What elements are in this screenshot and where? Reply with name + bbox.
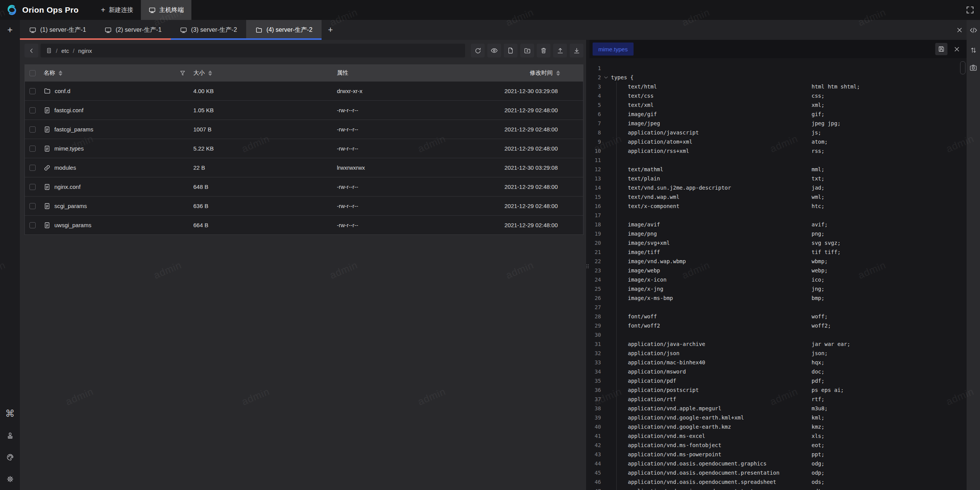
extensions-text: hqx; [812, 359, 825, 365]
sort-name-toggle[interactable] [59, 70, 62, 76]
add-connection-button[interactable]: + [7, 25, 13, 34]
session-tab[interactable]: (1) server-生产-1 [20, 20, 95, 40]
new-file-button[interactable] [504, 44, 518, 57]
file-mtime: 2021-12-29 02:48:00 [496, 222, 583, 228]
code-icon [969, 26, 978, 34]
code-line: 18image/avifavif; [590, 220, 967, 229]
transfer-list-button[interactable] [969, 45, 978, 55]
row-checkbox[interactable] [29, 88, 36, 94]
row-checkbox[interactable] [29, 203, 36, 209]
row-checkbox[interactable] [29, 107, 36, 113]
download-button[interactable] [570, 44, 583, 57]
table-row[interactable]: uwsgi_params664 B-rw-r--r--2021-12-29 02… [25, 215, 583, 234]
editor-scrollbar-thumb[interactable] [960, 61, 965, 74]
gear-icon [6, 475, 14, 483]
extensions-text: pdf; [812, 378, 825, 384]
table-row[interactable]: scgi_params636 B-rw-r--r--2021-12-29 02:… [25, 196, 583, 215]
code-line: 23image/webpwebp; [590, 266, 967, 275]
plus-icon: + [101, 6, 105, 14]
table-row[interactable]: fastcgi_params1007 B-rw-r--r--2021-12-29… [25, 120, 583, 139]
refresh-button[interactable] [471, 44, 485, 57]
add-tab-button[interactable]: + [322, 20, 339, 40]
theme-button[interactable] [5, 452, 15, 462]
line-number: 2 [590, 73, 601, 82]
terminal-icon [180, 26, 187, 34]
file-mtime: 2021-12-29 02:48:00 [496, 126, 583, 133]
file-name: uwsgi_params [54, 222, 91, 228]
mime-type-text: application/mac-binhex40 [611, 358, 812, 367]
table-row[interactable]: fastcgi.conf1.05 KB-rw-r--r--2021-12-29 … [25, 100, 583, 120]
file-name: fastcgi.conf [54, 107, 83, 113]
filter-icon[interactable] [180, 70, 186, 76]
code-line: 27 [590, 303, 967, 312]
settings-button[interactable] [5, 474, 15, 484]
line-number: 14 [590, 183, 601, 192]
row-checkbox[interactable] [29, 146, 36, 152]
trash-icon [540, 47, 547, 54]
extensions-text: html htm shtml; [812, 84, 860, 90]
code-line: 7image/jpegjpeg jpg; [590, 119, 967, 128]
file-attr: -rw-r--r-- [337, 126, 496, 133]
mime-type-text: application/rss+xml [611, 146, 812, 156]
line-number: 10 [590, 146, 601, 156]
editor-close-button[interactable] [951, 43, 963, 55]
fullscreen-button[interactable] [960, 0, 980, 20]
breadcrumb-segment-etc[interactable]: etc [61, 48, 69, 54]
extensions-text: woff2; [812, 323, 831, 329]
screenshot-button[interactable] [969, 65, 978, 75]
table-row[interactable]: conf.d4.00 KBdrwxr-xr-x2021-12-30 03:29:… [25, 81, 583, 100]
file-icon [44, 184, 51, 190]
select-all-checkbox[interactable] [29, 70, 36, 76]
new-folder-button[interactable] [520, 44, 534, 57]
menu-host-terminal[interactable]: 主机终端 [141, 0, 191, 20]
fold-toggle-icon[interactable] [601, 73, 611, 82]
upload-button[interactable] [553, 44, 567, 57]
table-row[interactable]: mime.types5.22 KB-rw-r--r--2021-12-29 02… [25, 139, 583, 158]
code-line: 44application/vnd.oasis.opendocument.gra… [590, 459, 967, 468]
code-line: 10application/rss+xmlrss; [590, 146, 967, 156]
file-size: 664 B [193, 222, 337, 228]
extensions-text: doc; [812, 369, 825, 375]
session-tab[interactable]: (3) server-生产-2 [171, 20, 246, 40]
mime-type-text: application/rtf [611, 395, 812, 404]
row-checkbox[interactable] [29, 126, 36, 133]
row-checkbox[interactable] [29, 222, 36, 228]
row-checkbox[interactable] [29, 184, 36, 190]
row-checkbox[interactable] [29, 165, 36, 171]
editor-file-tab[interactable]: mime.types [593, 43, 634, 56]
command-shortcuts-button[interactable]: ⌘ [5, 408, 15, 418]
sort-mtime-toggle[interactable] [556, 70, 560, 76]
extensions-text: svg svgz; [812, 240, 841, 246]
extensions-text: odp; [812, 470, 825, 476]
menu-new-connection[interactable]: + 新建连接 [93, 0, 141, 20]
eye-button[interactable] [487, 44, 501, 57]
left-sidebar: + ⌘ [0, 20, 20, 490]
root-list-icon[interactable] [46, 48, 52, 54]
breadcrumb: / etc / nginx [41, 44, 465, 57]
table-row[interactable]: modules22 Blrwxrwxrwx2021-12-30 03:29:08 [25, 158, 583, 177]
trash-button[interactable] [537, 44, 550, 57]
breadcrumb-segment-nginx[interactable]: nginx [78, 48, 92, 54]
session-tab[interactable]: (4) server-生产-2 [246, 20, 322, 40]
save-button[interactable] [935, 43, 947, 55]
table-row[interactable]: nginx.conf648 B-rw-r--r--2021-12-29 02:4… [25, 177, 583, 196]
back-button[interactable] [24, 44, 38, 57]
app-title: Orion Ops Pro [22, 5, 78, 15]
extensions-text: m3u8; [812, 405, 828, 411]
line-number: 27 [590, 303, 601, 312]
editor-header: mime.types [590, 40, 967, 58]
panel-splitter[interactable] [586, 40, 590, 490]
file-attr: -rw-r--r-- [337, 184, 496, 190]
line-number: 9 [590, 137, 601, 146]
code-text: types { [611, 74, 634, 80]
stamp-button[interactable] [5, 430, 15, 440]
sort-size-toggle[interactable] [208, 70, 212, 76]
code-panel-button[interactable] [969, 25, 978, 35]
command-icon: ⌘ [5, 408, 15, 419]
session-tab[interactable]: (2) server-生产-1 [95, 20, 171, 40]
line-number: 41 [590, 431, 601, 441]
code-line: 13text/plaintxt; [590, 174, 967, 183]
close-session-button[interactable] [956, 20, 963, 40]
code-editor[interactable]: 12types {3text/htmlhtml htm shtml;4text/… [590, 58, 967, 490]
line-number: 36 [590, 385, 601, 395]
